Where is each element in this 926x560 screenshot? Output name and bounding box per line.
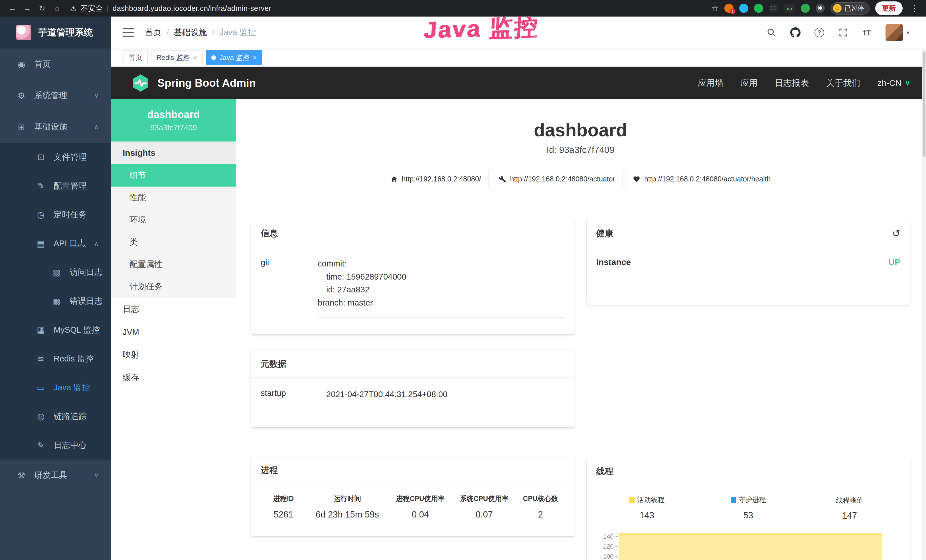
extension-icon-grid[interactable]: ∷ [769,4,778,13]
browser-forward-button[interactable]: → [21,2,34,15]
timer-icon: ◷ [35,210,46,219]
url-text[interactable]: dashboard.yudao.iocoder.cn/infra/admin-s… [113,4,271,13]
sidebar-item-api-logs[interactable]: ▤ API 日志 ∧ [0,229,111,258]
y-tick: 100 [603,552,618,560]
sba-nav-journal[interactable]: 日志报表 [775,77,809,89]
sidebar-item-access-logs[interactable]: ▧ 访问日志 [0,258,111,287]
tag-home[interactable]: 首页 [123,50,148,65]
profile-paused-badge[interactable]: ☺ 已暂停 [831,2,870,15]
process-col-header: 运行时间 [306,494,389,510]
process-table: 进程ID 运行时间 进程CPU使用率 系统CPU使用率 CPU核心数 5261 … [261,494,565,520]
sba-locale-select[interactable]: zh-CN ∨ [877,78,910,88]
sba-item-jvm[interactable]: JVM [111,321,236,344]
sidebar-item-home[interactable]: ◉ 首页 [0,48,111,80]
sba-item-environment[interactable]: 环境 [111,209,236,231]
spring-boot-admin-logo[interactable] [131,74,150,92]
security-warning-icon: ⚠ [70,4,76,12]
sba-item-mappings[interactable]: 映射 [111,344,236,366]
actuator-url-link[interactable]: http://192.168.0.2:48080/actuator [491,170,623,188]
metadata-card: 元数据 startup 2021-04-27T00:44:31.254+08:0… [251,351,575,427]
sidebar-item-mysql-monitor[interactable]: ▦ MySQL 监控 [0,316,111,344]
git-branch-line: branch: master [318,297,565,310]
sidebar-item-label: 链路追踪 [54,411,87,422]
legend-label-text: 线程峰值 [836,496,863,505]
chevron-up-icon: ∧ [94,123,99,131]
sba-group-insights[interactable]: Insights [111,141,236,164]
health-instance-row[interactable]: Instance UP [596,257,900,275]
fullscreen-icon[interactable] [838,27,849,38]
bookmark-star-icon[interactable]: ☆ [711,4,719,13]
sidebar-item-config-management[interactable]: ✎ 配置管理 [0,171,111,200]
extension-icon-on-switch[interactable]: on [784,4,795,13]
process-card-header: 进程 [251,457,575,484]
hamburger-icon[interactable] [123,28,134,37]
close-icon[interactable]: × [253,54,257,62]
process-col-header: 进程CPU使用率 [389,494,452,510]
sidebar-item-file-management[interactable]: ⊡ 文件管理 [0,143,111,171]
sidebar-item-dev-tools[interactable]: ⚒ 研发工具 ∨ [0,460,111,491]
sidebar-item-redis-monitor[interactable]: ≋ Redis 监控 [0,344,111,373]
legend-daemon-threads: 守护进程 53 [698,495,799,521]
sidebar-item-log-center[interactable]: ✎ 日志中心 [0,431,111,460]
extension-icon-green-circle[interactable] [754,4,763,13]
sidebar-item-system-management[interactable]: ⚙ 系统管理 ∨ [0,80,111,111]
sba-item-logs[interactable]: 日志 [111,298,236,321]
tag-java-monitor[interactable]: Java 监控 × [206,50,262,65]
sba-item-scheduled-tasks[interactable]: 计划任务 [111,275,236,298]
sba-nav-applications[interactable]: 应用 [740,77,758,89]
sba-item-details[interactable]: 细节 [111,164,236,186]
sidebar-item-scheduled-tasks[interactable]: ◷ 定时任务 [0,200,111,229]
help-icon[interactable]: ? [814,27,825,38]
browser-reload-button[interactable]: ↻ [35,2,48,15]
service-url-link[interactable]: http://192.168.0.2:48080/ [383,170,489,188]
sba-item-config-props[interactable]: 配置属性 [111,253,236,275]
scrollbar-thumb[interactable] [923,51,925,157]
sba-nav-about[interactable]: 关于我们 [826,77,860,89]
sidebar-item-infrastructure[interactable]: ⊞ 基础设施 ∧ [0,111,111,143]
sba-item-classes[interactable]: 类 [111,231,236,253]
startup-timestamp: 2021-04-27T00:44:31.254+08:00 [326,388,565,401]
address-bar[interactable]: ⚠ 不安全 | dashboard.yudao.iocoder.cn/infra… [70,3,710,14]
extension-icon-leaf[interactable] [801,4,810,13]
chrome-update-button[interactable]: 更新 [875,2,903,15]
app-header: 首页 / 基础设施 / Java 监控 ? [111,17,926,48]
search-icon[interactable] [766,27,777,38]
browser-menu-kebab-icon[interactable]: ⋮ [908,3,920,14]
page-scrollbar[interactable] [922,49,926,560]
page-title: dashboard [251,119,910,141]
health-url-link[interactable]: http://192.168.0.2:48080/actuator/health [625,170,778,188]
app-logo-row[interactable]: 芋道管理系统 [0,17,111,48]
breadcrumb-infrastructure[interactable]: 基础设施 [174,27,207,38]
sba-brand-title[interactable]: Spring Boot Admin [157,77,256,89]
breadcrumb-home[interactable]: 首页 [145,27,162,38]
access-log-icon: ▧ [51,267,62,277]
tag-label: Redis 监控 [157,53,190,62]
browser-home-button[interactable]: ⌂ [50,2,63,15]
sba-item-metrics[interactable]: 性能 [111,186,236,209]
close-icon[interactable]: × [193,54,197,62]
history-icon[interactable]: ↺ [892,228,900,239]
extension-icon-blue-drop[interactable] [739,4,748,13]
tag-redis-monitor[interactable]: Redis 监控 × [151,50,203,65]
sba-instance-header[interactable]: dashboard 93a3fc7f7409 [111,99,236,141]
devtools-icon: ⚒ [16,471,27,480]
sba-nav-wallboard[interactable]: 应用墙 [698,77,723,89]
extension-icon-orange[interactable]: 1 [724,4,734,13]
sidebar-item-label: 访问日志 [70,267,103,278]
sba-item-caches[interactable]: 缓存 [111,366,236,389]
sidebar-item-link-tracing[interactable]: ◎ 链路追踪 [0,402,111,431]
profile-emoji-icon: ☺ [833,4,841,12]
sidebar-item-error-logs[interactable]: ▩ 错误日志 [0,287,111,316]
process-card-body: 进程ID 运行时间 进程CPU使用率 系统CPU使用率 CPU核心数 5261 … [251,484,575,533]
sidebar-item-java-monitor[interactable]: ▭ Java 监控 [0,373,111,402]
extension-icon-paw[interactable]: ✱ [816,4,825,13]
log-center-icon: ✎ [35,440,46,450]
cpu-cores-value: 2 [516,510,565,520]
browser-back-button[interactable]: ← [6,2,19,15]
sidebar-item-label: 定时任务 [54,209,87,221]
github-icon[interactable] [790,27,801,38]
app-logo [16,25,31,40]
user-avatar-menu[interactable]: ▾ [885,24,909,41]
font-size-icon[interactable]: tT [861,27,873,38]
status-badge: UP [888,257,900,267]
